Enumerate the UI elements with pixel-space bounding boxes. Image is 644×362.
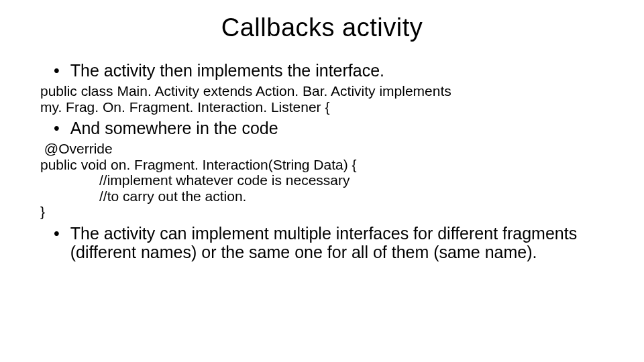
bullet-text-1: The activity then implements the interfa… <box>70 61 604 80</box>
bullet-item-2: • And somewhere in the code <box>40 119 604 138</box>
code-line: public class Main. Activity extends Acti… <box>40 83 604 99</box>
code-line: //implement whatever code is necessary <box>40 172 604 188</box>
code-line: my. Frag. On. Fragment. Interaction. Lis… <box>40 99 604 115</box>
bullet-item-3: • The activity can implement multiple in… <box>40 224 604 263</box>
slide-title: Callbacks activity <box>40 13 604 42</box>
bullet-item-1: • The activity then implements the inter… <box>40 61 604 80</box>
code-line: //to carry out the action. <box>40 188 604 204</box>
bullet-text-2: And somewhere in the code <box>70 119 604 138</box>
code-line: } <box>40 204 604 220</box>
bullet-dot-icon: • <box>54 61 60 80</box>
code-line: public void on. Fragment. Interaction(St… <box>40 157 604 173</box>
bullet-dot-icon: • <box>54 119 60 138</box>
bullet-text-3: The activity can implement multiple inte… <box>70 224 604 263</box>
code-block-2: @Override public void on. Fragment. Inte… <box>40 141 604 220</box>
code-block-1: public class Main. Activity extends Acti… <box>40 83 604 115</box>
bullet-dot-icon: • <box>54 224 60 243</box>
code-line: @Override <box>40 141 604 157</box>
